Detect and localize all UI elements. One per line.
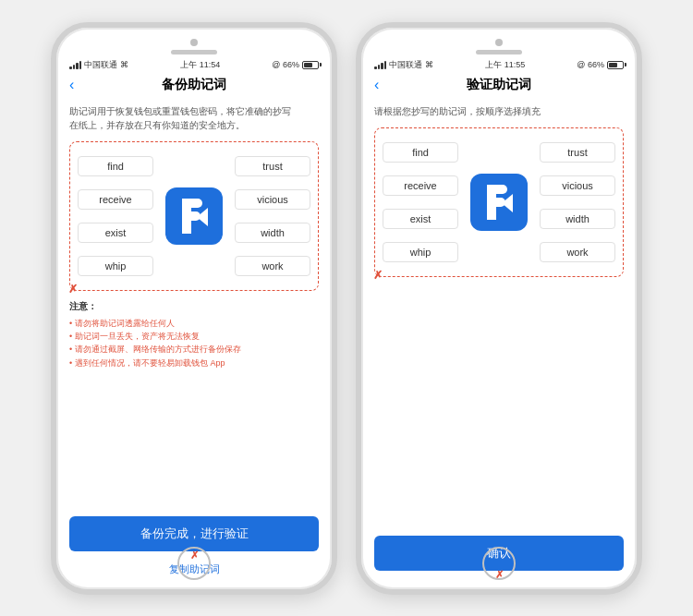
- mnemonic-grid-1: find trust receive viciou: [78, 151, 310, 281]
- notes-section-1: 注意： 请勿将助记词透露给任何人 助记词一旦丢失，资产将无法恢复 请勿通过截屏、…: [69, 300, 319, 370]
- page-title-2: 验证助记词: [467, 77, 531, 93]
- battery-pct-1: @ 66%: [272, 60, 299, 69]
- status-right-1: @ 66%: [272, 60, 319, 69]
- svg-rect-7: [487, 185, 507, 194]
- word-receive: receive: [78, 189, 153, 210]
- note-3: 请勿通过截屏、网络传输的方式进行备份保存: [69, 343, 319, 356]
- verify-word-receive[interactable]: receive: [383, 175, 458, 196]
- screen-content-1: 助记词用于恢复钱包或重置钱包密码，将它准确的抄写在纸上，并存放在只有你知道的安全…: [56, 97, 332, 589]
- verify-word-vicious[interactable]: vicious: [540, 175, 615, 196]
- verify-word-work[interactable]: work: [540, 242, 615, 262]
- verify-word-exist[interactable]: exist: [383, 209, 458, 229]
- wifi-icon-2: ⌘: [425, 60, 433, 69]
- status-bar-1: 中国联通 ⌘ 上午 11:54 @ 66%: [56, 54, 332, 73]
- status-left-2: 中国联通 ⌘: [374, 59, 433, 71]
- note-2: 助记词一旦丢失，资产将无法恢复: [69, 330, 319, 343]
- mnemonic-box-1: find trust receive viciou: [69, 141, 319, 291]
- phone-speaker: [171, 50, 217, 54]
- nav-bar-1: ‹ 备份助记词: [56, 73, 332, 97]
- word-whip: whip: [78, 256, 153, 276]
- carrier-2: 中国联通: [389, 59, 422, 71]
- screen-content-2: 请根据您抄写的助记词，按顺序选择填充 find trust recei: [361, 97, 637, 589]
- phone-backup: 中国联通 ⌘ 上午 11:54 @ 66% ‹ 备份助记词 助记词用于恢复钱包或…: [51, 22, 337, 595]
- status-right-2: @ 66%: [577, 60, 624, 69]
- word-width: width: [235, 223, 310, 243]
- mnemonic-grid-2: find trust receive vicious exist widt: [383, 138, 615, 267]
- notes-title-1: 注意：: [69, 300, 319, 313]
- page-title-1: 备份助记词: [162, 77, 226, 93]
- verify-description: 请根据您抄写的助记词，按顺序选择填充: [374, 104, 624, 118]
- signal-bars-2: [374, 61, 386, 69]
- wifi-icon-1: ⌘: [120, 60, 128, 69]
- word-find: find: [78, 156, 153, 176]
- mnemonic-corner-mark-2: ✗: [373, 269, 383, 282]
- battery-icon-2: [607, 61, 624, 69]
- mnemonic-box-2: find trust receive vicious exist widt: [374, 127, 624, 277]
- back-button-1[interactable]: ‹: [69, 77, 74, 93]
- verify-word-whip[interactable]: whip: [383, 242, 458, 262]
- signal-bars-1: [69, 61, 81, 69]
- carrier-1: 中国联通: [84, 59, 117, 71]
- svg-rect-3: [182, 211, 201, 221]
- word-work: work: [235, 256, 310, 276]
- word-vicious: vicious: [235, 189, 310, 210]
- tp-logo-2: [470, 174, 528, 231]
- word-trust: trust: [235, 156, 310, 176]
- phone-speaker-2: [476, 50, 522, 54]
- battery-icon-1: [302, 61, 319, 69]
- verify-word-width[interactable]: width: [540, 209, 615, 229]
- home-button-2[interactable]: [482, 547, 516, 580]
- home-button-1[interactable]: [177, 547, 211, 580]
- tp-logo: [165, 187, 223, 245]
- verify-word-trust[interactable]: trust: [540, 142, 615, 163]
- svg-rect-8: [487, 198, 505, 207]
- battery-pct-2: @ 66%: [577, 60, 604, 69]
- note-1: 请勿将助记词透露给任何人: [69, 317, 319, 330]
- phone-verify: 中国联通 ⌘ 上午 11:55 @ 66% ‹ 验证助记词 请根据您抄写的助记词…: [356, 22, 642, 595]
- description-1: 助记词用于恢复钱包或重置钱包密码，将它准确的抄写在纸上，并存放在只有你知道的安全…: [69, 104, 319, 132]
- logo-cell-2: [462, 174, 536, 231]
- back-button-2[interactable]: ‹: [374, 77, 379, 93]
- status-left-1: 中国联通 ⌘: [69, 59, 128, 71]
- logo-cell: [157, 187, 231, 245]
- mnemonic-corner-mark: ✗: [68, 283, 78, 296]
- time-1: 上午 11:54: [180, 59, 220, 71]
- word-exist: exist: [78, 223, 153, 243]
- verify-word-find[interactable]: find: [383, 142, 458, 163]
- time-2: 上午 11:55: [485, 59, 525, 71]
- nav-bar-2: ‹ 验证助记词: [361, 73, 637, 97]
- status-bar-2: 中国联通 ⌘ 上午 11:55 @ 66%: [361, 54, 637, 73]
- note-4: 遇到任何情况，请不要轻易卸载钱包 App: [69, 356, 319, 369]
- svg-rect-2: [182, 199, 202, 208]
